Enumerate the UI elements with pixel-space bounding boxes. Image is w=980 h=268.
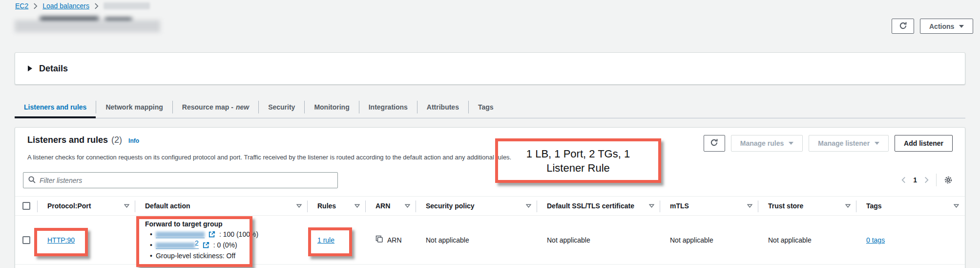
caret-down-icon xyxy=(789,142,793,145)
tags-cell: 0 tags xyxy=(856,216,965,264)
sort-icon[interactable] xyxy=(747,204,752,208)
tab-bar: Listeners and rules Network mapping Reso… xyxy=(15,96,965,118)
info-link[interactable]: Info xyxy=(128,137,139,144)
refresh-button[interactable] xyxy=(892,19,914,34)
copy-icon[interactable] xyxy=(375,235,383,245)
sort-icon[interactable] xyxy=(354,204,360,208)
chevron-right-icon xyxy=(94,3,99,9)
external-link-icon xyxy=(209,231,215,238)
details-expander[interactable]: Details xyxy=(15,52,965,85)
target-group-line: • : 100 (100%) xyxy=(145,229,308,240)
security-policy-cell: Not applicable xyxy=(416,216,537,264)
caret-down-icon xyxy=(959,25,964,28)
panel-refresh-button[interactable] xyxy=(704,135,725,152)
external-link-icon xyxy=(203,242,209,248)
sort-icon[interactable] xyxy=(845,204,851,208)
search-icon xyxy=(28,176,36,185)
column-header-rules[interactable]: Rules xyxy=(308,197,366,215)
stickiness-text: Group-level stickiness: Off xyxy=(156,250,235,261)
stickiness-line: • Group-level stickiness: Off xyxy=(145,250,308,261)
table-header-row: Protocol:Port Default action Rules ARN S… xyxy=(15,196,965,216)
column-header-default-ssl-tls-certificate[interactable]: Default SSL/TLS certificate xyxy=(537,197,660,215)
panel-title: Listeners and rules xyxy=(27,135,108,145)
tab-resource-map[interactable]: Resource map -new xyxy=(173,96,258,118)
column-header-mtls[interactable]: mTLS xyxy=(660,197,758,215)
panel-count: (2) xyxy=(111,135,122,145)
protocol-port-cell: HTTP:90 xyxy=(38,216,135,264)
breadcrumb-link-ec2[interactable]: EC2 xyxy=(15,2,28,10)
pagination: 1 xyxy=(901,174,953,186)
page-title-redacted xyxy=(15,17,160,32)
page-number[interactable]: 1 xyxy=(913,176,917,184)
select-all-checkbox[interactable] xyxy=(22,202,30,210)
arn-label: ARN xyxy=(387,236,402,244)
expand-triangle-icon xyxy=(28,66,32,71)
sort-icon[interactable] xyxy=(296,204,302,208)
tab-security[interactable]: Security xyxy=(259,96,304,118)
manage-listener-label: Manage listener xyxy=(818,139,870,147)
tab-network-mapping[interactable]: Network mapping xyxy=(96,96,172,118)
tab-tags[interactable]: Tags xyxy=(469,96,503,118)
column-header-security-policy[interactable]: Security policy xyxy=(416,197,537,215)
arn-cell: ARN xyxy=(366,216,416,264)
manage-rules-button[interactable]: Manage rules xyxy=(731,135,803,152)
column-header-tags[interactable]: Tags xyxy=(856,197,965,215)
page-actions: Actions xyxy=(892,19,973,34)
filter-listeners-input[interactable] xyxy=(40,177,333,184)
mtls-cell: Not applicable xyxy=(660,216,758,264)
panel-description: A listener checks for connection request… xyxy=(27,154,511,161)
tab-integrations[interactable]: Integrations xyxy=(359,96,417,118)
column-header-protocol-port[interactable]: Protocol:Port xyxy=(38,197,135,215)
trust-store-cell: Not applicable xyxy=(758,216,856,264)
chevron-right-icon[interactable] xyxy=(924,177,929,183)
target-group-line: • 2 : 0 (0%) xyxy=(145,240,308,250)
default-action-cell: Forward to target group • : 100 (100%) •… xyxy=(135,216,308,264)
target-group-weight: : 100 (100%) xyxy=(219,229,258,240)
target-group-link-redacted[interactable] xyxy=(156,231,205,238)
rules-link[interactable]: 1 rule xyxy=(317,236,334,244)
row-checkbox[interactable] xyxy=(22,236,30,244)
row-select-cell xyxy=(15,216,38,264)
column-header-trust-store[interactable]: Trust store xyxy=(758,197,856,215)
actions-button-label: Actions xyxy=(929,22,954,30)
actions-button[interactable]: Actions xyxy=(920,19,973,34)
refresh-icon xyxy=(710,138,718,148)
select-all-checkbox-cell xyxy=(15,197,38,215)
breadcrumb: EC2 Load balancers xyxy=(15,2,150,10)
sort-icon[interactable] xyxy=(124,204,129,208)
caret-down-icon xyxy=(875,142,879,145)
manage-listener-button[interactable]: Manage listener xyxy=(809,135,889,152)
column-header-arn[interactable]: ARN xyxy=(366,197,416,215)
breadcrumb-current-redacted xyxy=(104,2,150,9)
divider xyxy=(936,174,937,186)
add-listener-button[interactable]: Add listener xyxy=(895,135,953,152)
gear-icon[interactable] xyxy=(944,176,953,184)
target-group-weight: : 0 (0%) xyxy=(213,240,237,250)
panel-toolbar: Manage rules Manage listener Add listene… xyxy=(704,135,953,152)
manage-rules-label: Manage rules xyxy=(740,139,784,147)
add-listener-label: Add listener xyxy=(904,139,943,147)
table-row: HTTP:90 Forward to target group • : 100 … xyxy=(15,216,965,265)
default-ssl-cert-cell: Not applicable xyxy=(537,216,660,264)
details-title: Details xyxy=(39,64,68,74)
tab-attributes[interactable]: Attributes xyxy=(417,96,468,118)
chevron-right-icon xyxy=(33,3,38,9)
tab-monitoring[interactable]: Monitoring xyxy=(305,96,358,118)
chevron-left-icon[interactable] xyxy=(901,177,906,183)
listeners-panel: Listeners and rules (2) Info A listener … xyxy=(15,127,965,268)
column-header-default-action[interactable]: Default action xyxy=(135,197,308,215)
filter-listeners-box xyxy=(23,172,338,188)
default-action-title: Forward to target group xyxy=(145,219,308,229)
target-group-link-redacted[interactable]: 2 xyxy=(156,242,199,249)
sort-icon[interactable] xyxy=(649,204,654,208)
refresh-icon xyxy=(899,22,907,31)
sort-icon[interactable] xyxy=(954,204,959,208)
listener-link[interactable]: HTTP:90 xyxy=(47,236,75,244)
breadcrumb-link-load-balancers[interactable]: Load balancers xyxy=(42,2,89,10)
tags-link[interactable]: 0 tags xyxy=(866,236,885,244)
rules-cell: 1 rule xyxy=(308,216,366,264)
sort-icon[interactable] xyxy=(526,204,531,208)
tab-listeners-and-rules[interactable]: Listeners and rules xyxy=(15,96,96,118)
sort-icon[interactable] xyxy=(405,204,410,208)
